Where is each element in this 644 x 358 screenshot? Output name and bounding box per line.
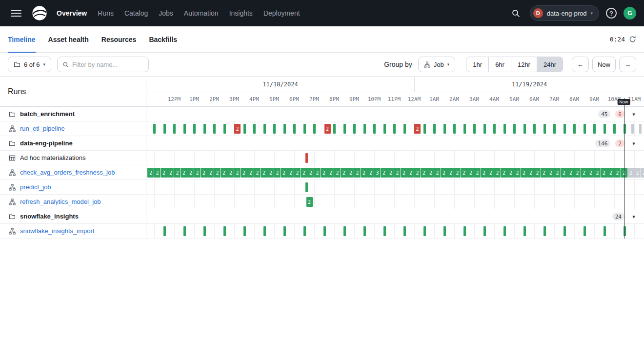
run-box[interactable]: 2: [634, 168, 641, 178]
run-box[interactable]: 2: [481, 168, 487, 178]
run-box[interactable]: 2: [521, 168, 527, 178]
scope-dropdown-button[interactable]: 6 of 6 ▾: [8, 57, 51, 72]
run-box[interactable]: 2: [341, 168, 347, 178]
run-bar[interactable]: [203, 226, 206, 236]
caret-down-icon[interactable]: ▾: [629, 111, 638, 118]
run-box[interactable]: 2: [614, 168, 621, 178]
run-bar[interactable]: [243, 226, 246, 236]
run-bar[interactable]: [573, 124, 576, 134]
run-bar[interactable]: [305, 153, 308, 163]
caret-down-icon[interactable]: ▾: [629, 140, 638, 147]
run-box[interactable]: 2: [641, 168, 644, 178]
run-box[interactable]: 2: [447, 168, 454, 178]
run-bar[interactable]: [624, 226, 626, 236]
run-bar[interactable]: [483, 124, 486, 134]
tab-backfills[interactable]: Backfills: [149, 26, 177, 53]
run-box[interactable]: 2: [567, 168, 574, 178]
user-avatar[interactable]: G: [624, 7, 636, 20]
run-bar[interactable]: [443, 124, 446, 134]
run-bar[interactable]: [223, 226, 226, 236]
range-6hr-button[interactable]: 6hr: [489, 57, 511, 72]
tab-resources[interactable]: Resources: [101, 26, 137, 53]
nav-item-automation[interactable]: Automation: [184, 9, 219, 17]
run-box[interactable]: 2: [267, 168, 274, 178]
run-bar[interactable]: [253, 124, 256, 134]
nav-item-jobs[interactable]: Jobs: [159, 9, 173, 17]
help-icon[interactable]: ?: [606, 8, 617, 19]
run-box[interactable]: 2: [541, 168, 547, 178]
nav-item-runs[interactable]: Runs: [98, 9, 114, 17]
run-box[interactable]: 2: [167, 168, 174, 178]
run-bar[interactable]: [193, 124, 196, 134]
nav-item-overview[interactable]: Overview: [57, 9, 87, 17]
run-box[interactable]: 2: [487, 168, 494, 178]
run-box[interactable]: 2: [321, 168, 327, 178]
run-bar[interactable]: [293, 124, 296, 134]
nav-item-insights[interactable]: Insights: [229, 9, 253, 17]
run-box[interactable]: 2: [347, 168, 354, 178]
run-bar[interactable]: [423, 226, 426, 236]
run-box[interactable]: 2: [187, 168, 194, 178]
run-box[interactable]: 2: [327, 168, 334, 178]
range-24hr-button[interactable]: 24hr: [537, 57, 563, 72]
run-box[interactable]: 2: [234, 124, 241, 134]
run-box[interactable]: 2: [354, 168, 361, 178]
run-bar[interactable]: [353, 124, 356, 134]
run-box[interactable]: 2: [254, 168, 261, 178]
run-bar[interactable]: [523, 226, 526, 236]
run-bar[interactable]: [523, 124, 526, 134]
run-box[interactable]: 2: [241, 168, 247, 178]
run-box[interactable]: 2: [274, 168, 281, 178]
run-box[interactable]: 2: [367, 168, 374, 178]
job-link[interactable]: run_etl_pipeline: [20, 125, 65, 132]
run-bar[interactable]: [223, 124, 226, 134]
run-box[interactable]: 2: [154, 168, 161, 178]
run-box[interactable]: 2: [514, 168, 521, 178]
nav-item-catalog[interactable]: Catalog: [124, 9, 148, 17]
run-box[interactable]: 2: [401, 168, 407, 178]
run-box[interactable]: 2: [561, 168, 567, 178]
run-bar[interactable]: [631, 124, 634, 134]
run-bar[interactable]: [543, 124, 546, 134]
run-box[interactable]: 2: [227, 168, 234, 178]
run-bar[interactable]: [584, 124, 586, 134]
run-box[interactable]: 2: [547, 168, 554, 178]
run-box[interactable]: 2: [441, 168, 447, 178]
run-bar[interactable]: [423, 124, 426, 134]
run-box[interactable]: 2: [294, 168, 301, 178]
run-box[interactable]: 2: [461, 168, 467, 178]
run-bar[interactable]: [183, 124, 186, 134]
run-box[interactable]: 2: [554, 168, 561, 178]
run-bar[interactable]: [283, 124, 286, 134]
run-box[interactable]: 2: [161, 168, 167, 178]
timeline-now-button[interactable]: Now: [592, 57, 616, 72]
refresh-icon[interactable]: [629, 36, 636, 43]
timeline-next-button[interactable]: →: [619, 57, 636, 72]
run-box[interactable]: 2: [147, 168, 154, 178]
run-bar[interactable]: [604, 124, 606, 134]
run-box[interactable]: 2: [307, 168, 314, 178]
run-box[interactable]: 2: [501, 168, 507, 178]
run-box[interactable]: 2: [601, 168, 607, 178]
run-box[interactable]: 2: [174, 168, 181, 178]
run-box[interactable]: 2: [234, 168, 241, 178]
run-bar[interactable]: [473, 124, 476, 134]
run-bar[interactable]: [153, 124, 156, 134]
run-box[interactable]: 2: [527, 168, 534, 178]
job-link[interactable]: snowflake_insights_import: [20, 227, 94, 235]
run-box[interactable]: 2: [324, 124, 331, 134]
group-by-dropdown[interactable]: Job ▾: [418, 57, 456, 72]
run-box[interactable]: 2: [467, 168, 474, 178]
run-bar[interactable]: [483, 226, 486, 236]
run-box[interactable]: 2: [581, 168, 587, 178]
run-bar[interactable]: [323, 226, 326, 236]
run-bar[interactable]: [263, 226, 266, 236]
run-bar[interactable]: [403, 226, 406, 236]
run-bar[interactable]: [163, 226, 166, 236]
run-bar[interactable]: [543, 226, 546, 236]
run-box[interactable]: 2: [181, 168, 187, 178]
run-bar[interactable]: [383, 124, 386, 134]
run-bar[interactable]: [163, 124, 166, 134]
run-bar[interactable]: [173, 124, 176, 134]
run-bar[interactable]: [373, 124, 376, 134]
